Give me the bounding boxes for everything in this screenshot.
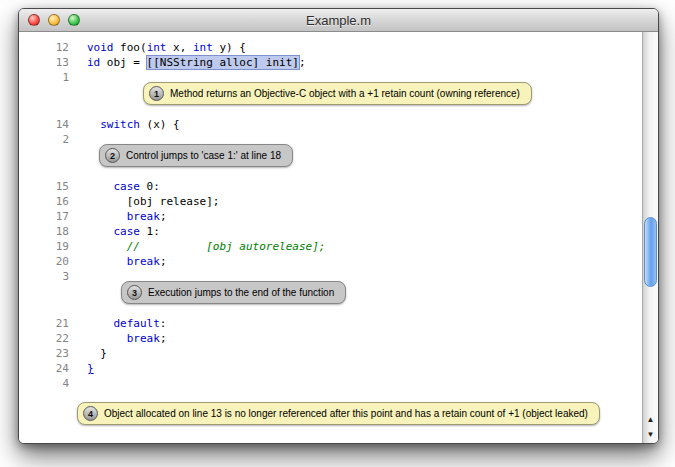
vertical-scrollbar[interactable]: ▲ ▼ [642,32,658,443]
code-segment: switch [100,118,140,131]
diagnostic-text: Object allocated on line 13 is no longer… [104,408,588,419]
code-segment: break [127,332,160,345]
scrollbar-arrows: ▲ ▼ [643,412,658,442]
code-segment: int [193,41,213,54]
code-segment [87,255,127,268]
diagnostic-bubble-1: 1Method returns an Objective-C object wi… [143,82,532,105]
code-segment: ; [160,255,167,268]
line-number: 15 [19,179,87,194]
code-segment: x, [167,41,194,54]
code-segment [87,225,114,238]
code-text: [obj release]; [87,194,219,209]
line-number: 24 [19,361,87,376]
line-number: 18 [19,224,87,239]
code-segment: foo( [114,41,147,54]
code-line[interactable]: 14 switch (x) { [19,117,643,132]
code-segment: 0: [140,180,160,193]
line-number: 2 [19,132,87,147]
diagnostic-row: 22Control jumps to 'case 1:' at line 18 [19,132,643,179]
code-segment: break [127,210,160,223]
code-segment: int [147,41,167,54]
code-line[interactable]: 17 break; [19,209,643,224]
diagnostic-step-number: 1 [149,86,164,101]
code-text: } [87,346,107,361]
code-segment: } [87,362,94,375]
diagnostic-bubble-3: 3Execution jumps to the end of the funct… [121,281,346,304]
code-segment: ; [299,56,306,69]
code-view[interactable]: 12void foo(int x, int y) {13id obj = [[N… [19,32,643,443]
line-number: 21 [19,316,87,331]
code-text: id obj = [[NSString alloc] init]; [87,55,306,70]
close-button[interactable] [28,14,40,26]
code-segment: [obj release]; [87,195,219,208]
code-line[interactable]: 15 case 0: [19,179,643,194]
line-number: 20 [19,254,87,269]
code-segment: obj = [100,56,146,69]
diagnostic-text: Method returns an Objective-C object wit… [170,88,520,99]
code-segment: default [114,317,160,330]
code-segment: } [87,347,107,360]
line-number: 3 [19,269,87,284]
code-text: break; [87,331,167,346]
code-line[interactable]: 22 break; [19,331,643,346]
diagnostic-bubble-2: 2Control jumps to 'case 1:' at line 18 [99,144,293,167]
code-segment: (x) { [140,118,180,131]
scroll-up-button[interactable]: ▲ [643,412,658,427]
diagnostic-row: 44Object allocated on line 13 is no long… [19,376,643,437]
line-number: 22 [19,331,87,346]
line-number: 13 [19,55,87,70]
diagnostic-text: Control jumps to 'case 1:' at line 18 [126,150,281,161]
code-text: // [obj autorelease]; [87,239,325,254]
window: Example.m 12void foo(int x, int y) {13id… [18,8,659,444]
line-number: 14 [19,117,87,132]
diagnostic-step-number: 4 [83,406,98,421]
code-line[interactable]: 20 break; [19,254,643,269]
code-segment [87,118,100,131]
code-segment [87,332,127,345]
scrollbar-thumb[interactable] [644,217,657,287]
code-segment: y) { [213,41,246,54]
code-text: case 1: [87,224,160,239]
code-segment [87,317,114,330]
line-number: 4 [19,376,87,391]
diagnostic-row: 33Execution jumps to the end of the func… [19,269,643,316]
minimize-button[interactable] [48,14,60,26]
code-segment: ; [160,210,167,223]
code-text: switch (x) { [87,117,180,132]
code-line[interactable]: 13id obj = [[NSString alloc] init]; [19,55,643,70]
code-text: default: [87,316,166,331]
up-arrow-icon: ▲ [647,415,655,424]
code-text: break; [87,254,167,269]
code-line[interactable]: 24} [19,361,643,376]
titlebar[interactable]: Example.m [19,9,658,32]
code-line[interactable]: 18 case 1: [19,224,643,239]
code-segment: : [160,317,167,330]
code-text: void foo(int x, int y) { [87,40,246,55]
code-segment: void [87,41,114,54]
desktop: Example.m 12void foo(int x, int y) {13id… [0,0,675,467]
code-line[interactable]: 23 } [19,346,643,361]
diagnostic-bubble-4: 4Object allocated on line 13 is no longe… [77,402,600,425]
line-number: 19 [19,239,87,254]
code-line[interactable]: 19 // [obj autorelease]; [19,239,643,254]
line-number: 12 [19,40,87,55]
scroll-down-button[interactable]: ▼ [643,427,658,442]
diagnostic-row: 11Method returns an Objective-C object w… [19,70,643,117]
diagnostic-step-number: 2 [105,148,120,163]
code-segment: case [114,225,141,238]
code-text: } [87,361,94,376]
line-number: 23 [19,346,87,361]
window-controls [19,14,80,26]
code-text: case 0: [87,179,160,194]
editor-content: 12void foo(int x, int y) {13id obj = [[N… [19,32,658,443]
zoom-button[interactable] [68,14,80,26]
code-line[interactable]: 12void foo(int x, int y) { [19,40,643,55]
line-number: 1 [19,70,87,85]
code-segment [87,210,127,223]
code-segment: id [87,56,100,69]
window-title: Example.m [19,13,658,28]
line-number: 16 [19,194,87,209]
diagnostic-step-number: 3 [127,285,142,300]
code-line[interactable]: 16 [obj release]; [19,194,643,209]
code-line[interactable]: 21 default: [19,316,643,331]
